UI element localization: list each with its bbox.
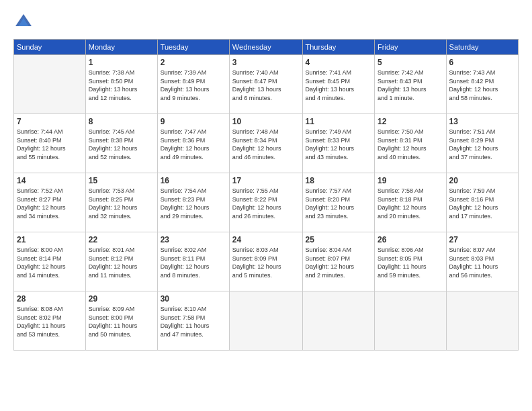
day-info: Sunrise: 7:58 AMSunset: 8:18 PMDaylight:… [378,187,443,220]
calendar-cell: 4Sunrise: 7:41 AMSunset: 8:45 PMDaylight… [302,55,375,114]
day-info: Sunrise: 8:07 AMSunset: 8:03 PMDaylight:… [449,246,515,279]
day-info: Sunrise: 7:48 AMSunset: 8:34 PMDaylight:… [232,128,300,161]
calendar-cell: 23Sunrise: 8:02 AMSunset: 8:11 PMDayligh… [157,232,229,291]
day-number: 12 [378,117,443,126]
calendar-cell: 19Sunrise: 7:58 AMSunset: 8:18 PMDayligh… [375,173,447,232]
day-info: Sunrise: 8:03 AMSunset: 8:09 PMDaylight:… [232,246,300,279]
calendar-cell [302,291,375,351]
day-info: Sunrise: 7:59 AMSunset: 8:16 PMDaylight:… [449,187,515,220]
calendar-cell: 27Sunrise: 8:07 AMSunset: 8:03 PMDayligh… [446,232,518,291]
day-info: Sunrise: 7:53 AMSunset: 8:25 PMDaylight:… [89,187,154,220]
calendar-cell: 14Sunrise: 7:52 AMSunset: 8:27 PMDayligh… [14,173,86,232]
day-info: Sunrise: 7:39 AMSunset: 8:49 PMDaylight:… [161,68,226,102]
day-info: Sunrise: 7:43 AMSunset: 8:42 PMDaylight:… [449,68,515,102]
day-number: 9 [161,117,226,126]
day-info: Sunrise: 7:47 AMSunset: 8:36 PMDaylight:… [161,128,226,161]
day-number: 15 [89,176,154,185]
day-number: 16 [161,176,226,185]
calendar-cell: 10Sunrise: 7:48 AMSunset: 8:34 PMDayligh… [229,114,302,173]
day-number: 19 [378,176,443,185]
calendar-cell: 15Sunrise: 7:53 AMSunset: 8:25 PMDayligh… [85,173,157,232]
day-info: Sunrise: 7:41 AMSunset: 8:45 PMDaylight:… [306,68,372,102]
day-number: 11 [306,117,372,126]
calendar-cell: 7Sunrise: 7:44 AMSunset: 8:40 PMDaylight… [14,114,86,173]
day-number: 4 [306,58,372,67]
logo-icon [13,12,34,32]
day-number: 21 [17,235,83,244]
calendar-header-wednesday: Wednesday [229,40,302,55]
calendar-cell: 28Sunrise: 8:08 AMSunset: 8:02 PMDayligh… [14,291,86,351]
calendar-cell [229,291,302,351]
calendar-week-row: 1Sunrise: 7:38 AMSunset: 8:50 PMDaylight… [14,55,519,114]
calendar-header-monday: Monday [85,40,157,55]
day-info: Sunrise: 7:49 AMSunset: 8:33 PMDaylight:… [306,128,372,161]
day-info: Sunrise: 7:44 AMSunset: 8:40 PMDaylight:… [17,128,83,161]
day-number: 17 [232,176,300,185]
day-number: 25 [306,235,372,244]
day-number: 14 [17,176,83,185]
day-info: Sunrise: 8:02 AMSunset: 8:11 PMDaylight:… [161,246,226,279]
day-number: 29 [89,294,154,304]
day-info: Sunrise: 8:09 AMSunset: 8:00 PMDaylight:… [89,305,154,338]
calendar-cell [375,291,447,351]
day-info: Sunrise: 7:51 AMSunset: 8:29 PMDaylight:… [449,128,515,161]
calendar-cell: 13Sunrise: 7:51 AMSunset: 8:29 PMDayligh… [446,114,518,173]
calendar-header-friday: Friday [375,40,447,55]
calendar-cell: 18Sunrise: 7:57 AMSunset: 8:20 PMDayligh… [302,173,375,232]
calendar-week-row: 7Sunrise: 7:44 AMSunset: 8:40 PMDaylight… [14,114,519,173]
day-number: 26 [378,235,443,244]
calendar-cell: 17Sunrise: 7:55 AMSunset: 8:22 PMDayligh… [229,173,302,232]
day-number: 6 [449,58,515,67]
calendar-cell: 8Sunrise: 7:45 AMSunset: 8:38 PMDaylight… [85,114,157,173]
calendar-header-tuesday: Tuesday [157,40,229,55]
calendar-cell: 30Sunrise: 8:10 AMSunset: 7:58 PMDayligh… [157,291,229,351]
day-number: 22 [89,235,154,244]
calendar-cell: 5Sunrise: 7:42 AMSunset: 8:43 PMDaylight… [375,55,447,114]
day-number: 5 [378,58,443,67]
calendar-table: SundayMondayTuesdayWednesdayThursdayFrid… [13,39,519,351]
day-info: Sunrise: 8:00 AMSunset: 8:14 PMDaylight:… [17,246,83,279]
day-info: Sunrise: 7:57 AMSunset: 8:20 PMDaylight:… [306,187,372,220]
calendar-cell: 16Sunrise: 7:54 AMSunset: 8:23 PMDayligh… [157,173,229,232]
calendar-cell: 12Sunrise: 7:50 AMSunset: 8:31 PMDayligh… [375,114,447,173]
day-number: 30 [161,294,226,304]
day-number: 2 [161,58,226,67]
day-number: 28 [17,294,83,304]
day-number: 7 [17,117,83,126]
calendar-cell: 26Sunrise: 8:06 AMSunset: 8:05 PMDayligh… [375,232,447,291]
day-number: 24 [232,235,300,244]
day-info: Sunrise: 7:42 AMSunset: 8:43 PMDaylight:… [378,68,443,102]
calendar-cell: 22Sunrise: 8:01 AMSunset: 8:12 PMDayligh… [85,232,157,291]
day-number: 1 [89,58,154,67]
day-number: 18 [306,176,372,185]
day-number: 23 [161,235,226,244]
calendar-cell: 29Sunrise: 8:09 AMSunset: 8:00 PMDayligh… [85,291,157,351]
calendar-cell: 11Sunrise: 7:49 AMSunset: 8:33 PMDayligh… [302,114,375,173]
day-info: Sunrise: 7:45 AMSunset: 8:38 PMDaylight:… [89,128,154,161]
day-number: 8 [89,117,154,126]
calendar-cell: 3Sunrise: 7:40 AMSunset: 8:47 PMDaylight… [229,55,302,114]
day-info: Sunrise: 7:40 AMSunset: 8:47 PMDaylight:… [232,68,300,102]
day-number: 3 [232,58,300,67]
calendar-week-row: 14Sunrise: 7:52 AMSunset: 8:27 PMDayligh… [14,173,519,232]
header [13,12,519,32]
calendar-cell: 24Sunrise: 8:03 AMSunset: 8:09 PMDayligh… [229,232,302,291]
page: SundayMondayTuesdayWednesdayThursdayFrid… [0,0,532,411]
day-info: Sunrise: 8:06 AMSunset: 8:05 PMDaylight:… [378,246,443,279]
day-info: Sunrise: 7:38 AMSunset: 8:50 PMDaylight:… [89,68,154,102]
calendar-header-sunday: Sunday [14,40,86,55]
calendar-week-row: 28Sunrise: 8:08 AMSunset: 8:02 PMDayligh… [14,291,519,351]
calendar-cell: 1Sunrise: 7:38 AMSunset: 8:50 PMDaylight… [85,55,157,114]
day-info: Sunrise: 7:52 AMSunset: 8:27 PMDaylight:… [17,187,83,220]
calendar-cell: 6Sunrise: 7:43 AMSunset: 8:42 PMDaylight… [446,55,518,114]
calendar-header-thursday: Thursday [302,40,375,55]
calendar-cell: 9Sunrise: 7:47 AMSunset: 8:36 PMDaylight… [157,114,229,173]
day-info: Sunrise: 7:50 AMSunset: 8:31 PMDaylight:… [378,128,443,161]
day-number: 27 [449,235,515,244]
calendar-cell: 25Sunrise: 8:04 AMSunset: 8:07 PMDayligh… [302,232,375,291]
day-info: Sunrise: 8:08 AMSunset: 8:02 PMDaylight:… [17,305,83,338]
day-number: 13 [449,117,515,126]
calendar-header-saturday: Saturday [446,40,518,55]
day-info: Sunrise: 8:04 AMSunset: 8:07 PMDaylight:… [306,246,372,279]
day-info: Sunrise: 7:54 AMSunset: 8:23 PMDaylight:… [161,187,226,220]
